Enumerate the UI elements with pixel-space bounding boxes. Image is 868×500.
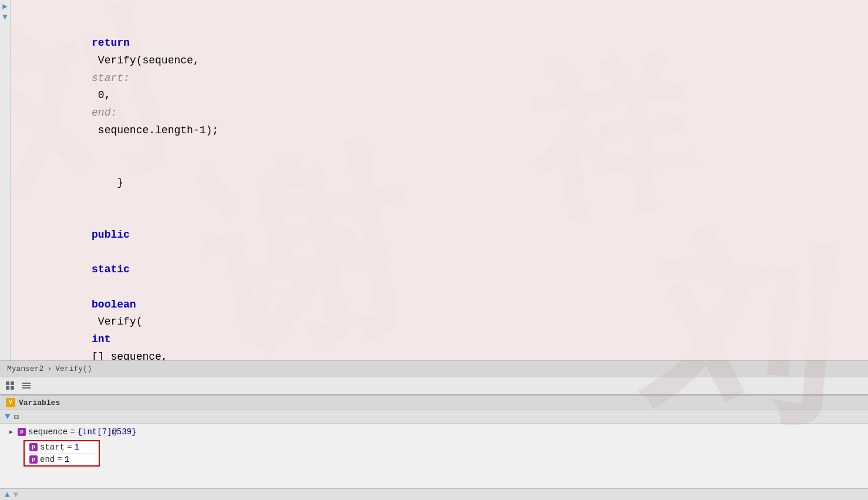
var-badge-start: p <box>29 443 38 451</box>
sq-bracket: [] sequence, <box>92 351 168 360</box>
variables-list: ▶ p sequence = {int[7]@539} p start = 1 … <box>0 424 868 471</box>
nav-arrow-down[interactable]: ▼ <box>2 13 7 21</box>
var-row-end: p end = 1 <box>25 453 99 465</box>
var-row-sequence: ▶ p sequence = {int[7]@539} <box>0 426 868 438</box>
svg-rect-2 <box>6 386 9 390</box>
breadcrumb-child[interactable]: Verify() <box>55 364 92 373</box>
code-span-3: sequence.length-1); <box>92 124 218 136</box>
breadcrumb-separator: › <box>47 364 52 373</box>
svg-rect-3 <box>11 386 14 390</box>
var-row-start: p start = 1 <box>25 441 99 453</box>
space-1 <box>92 246 98 258</box>
var-eq-start: = <box>67 442 72 452</box>
breadcrumb-bar: Myanser2 › Verify() <box>0 360 868 377</box>
left-nav-panel: ▶ ▼ <box>0 0 11 360</box>
nav-down-btn[interactable]: ▼ <box>5 411 11 422</box>
param-hint-start: start: <box>92 72 130 84</box>
type-int-arr: int <box>92 333 110 345</box>
variables-title: Variables <box>19 398 60 407</box>
var-name-sequence: sequence <box>28 427 68 437</box>
expand-sequence[interactable]: ▶ <box>7 428 15 436</box>
param-hint-end: end: <box>92 107 117 119</box>
code-content: return Verify(sequence, start: 0, end: s… <box>0 0 868 360</box>
var-toolbar-left: ▼ ⊟ <box>5 411 19 422</box>
svg-rect-0 <box>6 381 9 385</box>
filter-icon[interactable]: ⊟ <box>14 412 19 422</box>
svg-rect-4 <box>22 383 31 384</box>
code-text-2: } <box>28 157 868 209</box>
closing-brace-1: } <box>92 177 123 188</box>
nav-arrow-right[interactable]: ▶ <box>2 2 7 11</box>
bottom-bar: ▲ ▼ <box>0 488 868 500</box>
svg-rect-6 <box>22 387 31 388</box>
var-badge-end: p <box>29 455 38 464</box>
code-editor: ▶ ▼ return Verify(sequence, start: 0, en… <box>0 0 868 360</box>
code-span-1: Verify(sequence, <box>92 55 206 66</box>
code-text-3: public static boolean Verify( int [] seq… <box>28 209 868 360</box>
var-value-sequence: {int[7]@539} <box>78 427 137 437</box>
kw-boolean: boolean <box>92 299 136 310</box>
table-icon[interactable] <box>5 380 15 391</box>
var-badge-sequence: p <box>18 428 26 436</box>
var-value-end: 1 <box>65 455 69 464</box>
variables-panel: V Variables ▼ ⊟ ▶ p sequence = {int[7]@5… <box>0 394 868 488</box>
code-line-2: } <box>11 157 868 209</box>
variables-header: V Variables <box>0 396 868 410</box>
var-eq-end: = <box>57 455 62 464</box>
var-value-start: 1 <box>74 442 79 452</box>
code-span-2: 0, <box>92 89 117 101</box>
scroll-up-btn[interactable]: ▲ <box>5 490 9 499</box>
svg-rect-5 <box>22 385 31 386</box>
list-icon[interactable] <box>21 380 32 391</box>
var-name-end: end <box>40 455 55 464</box>
space-2 <box>92 281 98 293</box>
var-eq-sequence: = <box>70 427 75 437</box>
main-container: 刘 谢 祥 刘 ▶ ▼ return Verify(sequence, star… <box>0 0 868 500</box>
code-text-1: return Verify(sequence, start: 0, end: s… <box>28 0 868 157</box>
debug-toolbar <box>0 377 868 394</box>
variables-toolbar: ▼ ⊟ <box>0 410 868 424</box>
code-line-3: public static boolean Verify( int [] seq… <box>11 209 868 360</box>
keyword-return: return <box>92 37 130 49</box>
kw-static: static <box>92 263 130 275</box>
variables-icon: V <box>6 398 15 407</box>
scroll-down-btn[interactable]: ▼ <box>13 490 18 499</box>
code-line-1: return Verify(sequence, start: 0, end: s… <box>11 0 868 157</box>
kw-public: public <box>92 229 130 241</box>
breadcrumb-parent[interactable]: Myanser2 <box>7 364 43 373</box>
svg-rect-1 <box>11 381 14 385</box>
space-3: Verify( <box>92 316 142 327</box>
var-name-start: start <box>40 442 65 452</box>
highlighted-vars-box: p start = 1 p end = 1 <box>23 440 100 467</box>
